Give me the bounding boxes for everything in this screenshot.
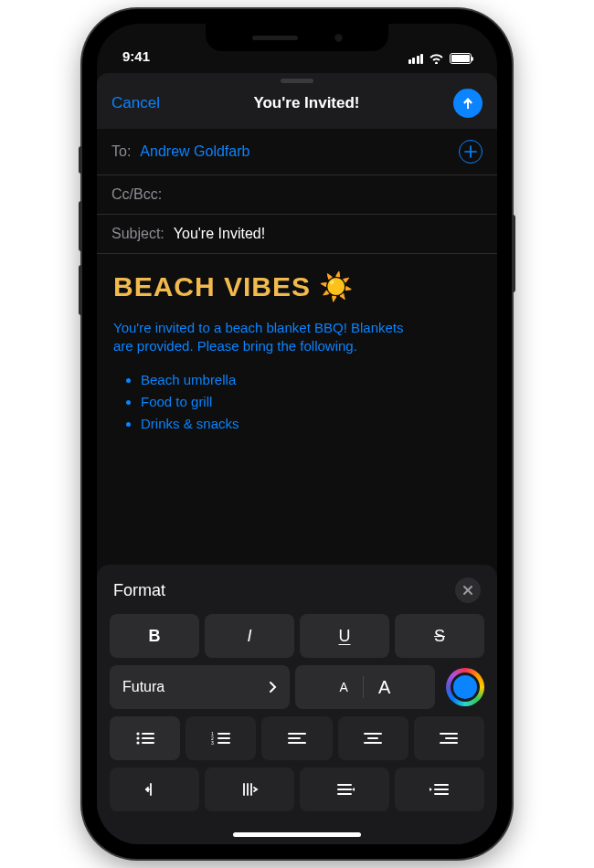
svg-point-4 bbox=[136, 741, 139, 744]
italic-button[interactable]: I bbox=[205, 614, 294, 658]
close-format-button[interactable] bbox=[455, 577, 481, 603]
to-label: To: bbox=[111, 143, 131, 160]
navbar: Cancel You're Invited! bbox=[97, 83, 497, 129]
text-color-button[interactable] bbox=[446, 668, 484, 706]
notch bbox=[206, 24, 388, 51]
status-time: 9:41 bbox=[122, 48, 150, 64]
subject-field[interactable]: Subject: You're Invited! bbox=[97, 215, 497, 254]
subject-label: Subject: bbox=[111, 226, 164, 242]
screen: 9:41 Cancel You're Invited! To: Andrew G bbox=[97, 24, 497, 844]
navbar-title: You're Invited! bbox=[253, 94, 359, 112]
svg-rect-11 bbox=[217, 742, 230, 744]
selected-color-swatch bbox=[451, 672, 480, 702]
bulleted-list-button[interactable] bbox=[110, 716, 180, 760]
front-camera bbox=[334, 34, 343, 42]
list-item[interactable]: Food to grill bbox=[141, 391, 481, 413]
cellular-icon bbox=[408, 54, 424, 64]
quote-increase-button[interactable] bbox=[395, 767, 484, 811]
align-center-button[interactable] bbox=[338, 716, 408, 760]
svg-rect-3 bbox=[142, 737, 154, 739]
svg-text:3: 3 bbox=[211, 740, 214, 746]
plus-icon bbox=[464, 145, 477, 158]
align-left-icon bbox=[288, 732, 306, 745]
format-title: Format bbox=[113, 581, 165, 600]
add-recipient-button[interactable] bbox=[459, 140, 483, 164]
svg-rect-5 bbox=[142, 742, 154, 744]
format-panel: Format B I U S Futura bbox=[97, 565, 497, 844]
compose-sheet: Cancel You're Invited! To: Andrew Goldfa… bbox=[97, 73, 497, 844]
font-size-decrease[interactable]: A bbox=[340, 680, 348, 694]
font-name-label: Futura bbox=[122, 679, 164, 695]
list-item[interactable]: Drinks & snacks bbox=[141, 413, 481, 435]
arrow-up-icon bbox=[461, 96, 475, 111]
volume-up-button[interactable] bbox=[79, 201, 82, 251]
quote-increase-icon bbox=[430, 783, 450, 796]
battery-icon bbox=[450, 53, 472, 64]
outdent-icon bbox=[145, 782, 164, 797]
quote-decrease-button[interactable] bbox=[300, 767, 389, 811]
quote-decrease-icon bbox=[334, 783, 355, 796]
chevron-right-icon bbox=[268, 681, 277, 693]
volume-down-button[interactable] bbox=[79, 265, 82, 315]
svg-rect-1 bbox=[142, 733, 154, 735]
indent-button[interactable] bbox=[205, 767, 294, 811]
numbered-list-button[interactable]: 123 bbox=[186, 716, 256, 760]
ccbcc-label: Cc/Bcc: bbox=[111, 186, 162, 203]
svg-rect-9 bbox=[217, 737, 230, 739]
divider bbox=[363, 676, 364, 698]
svg-point-2 bbox=[136, 736, 139, 739]
align-left-button[interactable] bbox=[261, 716, 332, 760]
strikethrough-button[interactable]: S bbox=[395, 614, 484, 658]
subject-value: You're Invited! bbox=[174, 226, 265, 242]
bold-button[interactable]: B bbox=[110, 614, 199, 658]
underline-icon: U bbox=[339, 627, 351, 646]
font-picker-button[interactable]: Futura bbox=[110, 665, 290, 709]
underline-button[interactable]: U bbox=[300, 614, 389, 658]
svg-rect-7 bbox=[217, 733, 230, 735]
align-right-icon bbox=[440, 732, 458, 745]
speaker-grille bbox=[252, 36, 298, 40]
outdent-button[interactable] bbox=[110, 767, 199, 811]
align-center-icon bbox=[364, 732, 382, 745]
cancel-button[interactable]: Cancel bbox=[111, 94, 160, 112]
strikethrough-icon: S bbox=[434, 627, 445, 646]
body-heading[interactable]: BEACH VIBES ☀️ bbox=[113, 270, 481, 302]
svg-point-0 bbox=[136, 732, 139, 735]
body-paragraph[interactable]: You're invited to a beach blanket BBQ! B… bbox=[113, 319, 406, 356]
font-size-increase[interactable]: A bbox=[378, 677, 390, 698]
mute-switch[interactable] bbox=[79, 146, 82, 174]
list-item[interactable]: Beach umbrella bbox=[141, 369, 481, 391]
body-list[interactable]: Beach umbrella Food to grill Drinks & sn… bbox=[141, 369, 481, 435]
bold-icon: B bbox=[149, 627, 161, 646]
to-recipient[interactable]: Andrew Goldfarb bbox=[140, 143, 249, 160]
ccbcc-field[interactable]: Cc/Bcc: bbox=[97, 175, 497, 215]
phone-frame: 9:41 Cancel You're Invited! To: Andrew G bbox=[82, 9, 512, 859]
indent-icon bbox=[240, 782, 259, 797]
bullet-list-icon bbox=[135, 731, 155, 746]
close-icon bbox=[462, 585, 473, 596]
message-body[interactable]: BEACH VIBES ☀️ You're invited to a beach… bbox=[97, 254, 497, 442]
align-right-button[interactable] bbox=[414, 716, 484, 760]
compose-fields: To: Andrew Goldfarb Cc/Bcc: Subject: You… bbox=[97, 129, 497, 844]
to-field[interactable]: To: Andrew Goldfarb bbox=[97, 129, 497, 175]
font-size-stepper[interactable]: A A bbox=[295, 665, 435, 709]
send-button[interactable] bbox=[453, 89, 483, 118]
wifi-icon bbox=[429, 53, 444, 64]
power-button[interactable] bbox=[512, 215, 515, 292]
home-indicator[interactable] bbox=[233, 832, 361, 837]
numbered-list-icon: 123 bbox=[211, 731, 231, 746]
italic-icon: I bbox=[247, 627, 251, 646]
